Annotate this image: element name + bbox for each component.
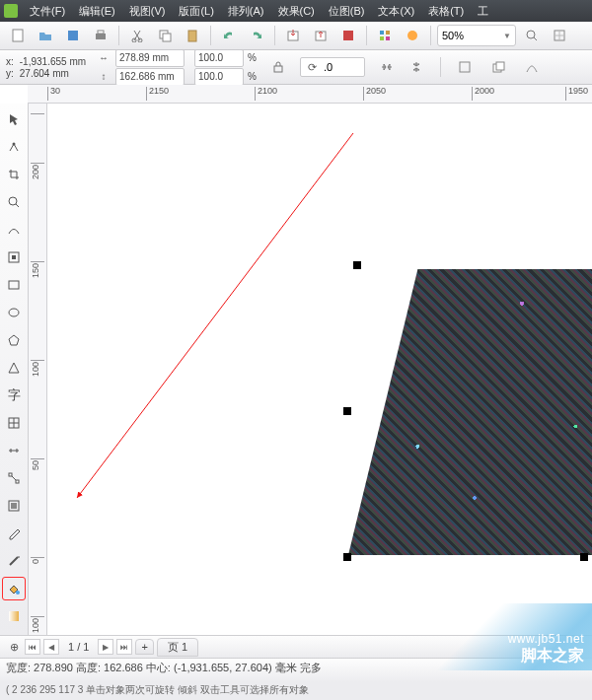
svg-rect-30 — [9, 473, 12, 476]
height-icon: ↕ — [96, 69, 111, 85]
menu-view[interactable]: 视图(V) — [123, 3, 172, 20]
cursor-pos-icon: ⊕ — [6, 639, 22, 655]
svg-rect-14 — [380, 36, 384, 40]
selected-shape[interactable] — [348, 269, 592, 555]
selection-handle[interactable] — [343, 407, 351, 415]
connector-tool[interactable] — [2, 466, 26, 490]
shape-tool[interactable] — [2, 135, 26, 159]
page-tab[interactable]: 页 1 — [157, 638, 198, 657]
save-button[interactable] — [61, 24, 85, 47]
prev-page-button[interactable]: ◀ — [43, 639, 59, 655]
separator — [118, 26, 119, 45]
app-launcher-button[interactable] — [373, 24, 397, 47]
svg-point-24 — [9, 197, 17, 205]
menu-effects[interactable]: 效果(C) — [272, 3, 321, 20]
menu-text[interactable]: 文本(X) — [372, 3, 420, 20]
interactive-fill-tool[interactable] — [2, 604, 26, 628]
svg-rect-3 — [98, 31, 104, 34]
chevron-down-icon: ▼ — [503, 32, 511, 40]
scale-y-input[interactable]: 100.0 — [194, 68, 244, 86]
zoom-select[interactable]: 50% ▼ — [437, 25, 516, 46]
selection-handle[interactable] — [353, 261, 361, 269]
freehand-tool[interactable] — [2, 218, 26, 242]
open-button[interactable] — [34, 24, 57, 47]
pick-tool[interactable] — [2, 107, 26, 131]
order-button[interactable] — [486, 55, 510, 79]
add-page-button[interactable]: + — [135, 639, 153, 655]
publish-button[interactable] — [336, 24, 360, 47]
menu-bitmaps[interactable]: 位图(B) — [323, 3, 371, 20]
undo-button[interactable] — [217, 24, 241, 47]
first-page-button[interactable]: ⏮ — [25, 639, 40, 655]
cut-button[interactable] — [125, 24, 149, 47]
basic-shapes-tool[interactable] — [2, 356, 26, 380]
svg-rect-0 — [13, 30, 23, 41]
standard-toolbar: 50% ▼ — [0, 22, 592, 50]
ellipse-tool[interactable] — [2, 301, 26, 324]
crop-tool[interactable] — [2, 163, 26, 186]
separator — [210, 26, 211, 45]
import-button[interactable] — [281, 24, 305, 47]
svg-rect-31 — [16, 480, 19, 483]
menu-arrange[interactable]: 排列(A) — [222, 3, 270, 20]
width-input[interactable]: 278.89 mm — [115, 49, 185, 67]
menu-table[interactable]: 表格(T) — [422, 3, 470, 20]
menu-file[interactable]: 文件(F) — [24, 3, 71, 20]
canvas[interactable] — [47, 104, 592, 635]
redo-button[interactable] — [245, 24, 268, 47]
fill-tool[interactable]: 填充 — [2, 577, 26, 600]
svg-rect-35 — [9, 611, 19, 621]
smart-fill-tool[interactable] — [2, 245, 26, 269]
export-button[interactable] — [309, 24, 333, 47]
menu-tools[interactable]: 工 — [472, 3, 494, 20]
mirror-v-button[interactable] — [405, 55, 428, 79]
text-tool[interactable]: 字 — [2, 384, 26, 407]
last-page-button[interactable]: ⏭ — [116, 639, 132, 655]
svg-point-16 — [407, 31, 417, 40]
wrap-text-button[interactable] — [453, 55, 477, 79]
eyedropper-tool[interactable] — [2, 522, 26, 545]
polygon-tool[interactable] — [2, 328, 26, 352]
zoom-value: 50% — [442, 30, 464, 41]
scale-x-input[interactable]: 100.0 — [194, 49, 244, 67]
status-bar-secondary: ( 2 236 295 117 3 单击对象两次可旋转 倾斜 双击工具可选择所有… — [0, 682, 592, 700]
watermark: www.jb51.net 脚本之家 — [418, 603, 592, 670]
zoom-tool[interactable] — [2, 190, 26, 214]
menu-edit[interactable]: 编辑(E) — [73, 3, 121, 20]
zoom-tool-button[interactable] — [520, 24, 544, 47]
print-button[interactable] — [89, 24, 112, 47]
svg-rect-12 — [380, 31, 384, 35]
watermark-url: www.jb51.net — [508, 632, 584, 646]
selection-handle[interactable] — [343, 553, 351, 561]
height-input[interactable]: 162.686 mm — [115, 68, 185, 86]
mirror-h-button[interactable] — [375, 55, 399, 79]
next-page-button[interactable]: ▶ — [98, 639, 113, 655]
svg-rect-22 — [496, 62, 504, 70]
dimension-tool[interactable] — [2, 439, 26, 462]
rotation-input[interactable]: ⟳ .0 — [300, 57, 365, 77]
svg-rect-2 — [96, 34, 106, 39]
menu-layout[interactable]: 版面(L) — [173, 3, 219, 20]
percent-label: % — [248, 52, 257, 63]
rectangle-tool[interactable] — [2, 273, 26, 297]
snap-button[interactable] — [548, 24, 571, 47]
copy-button[interactable] — [153, 24, 177, 47]
new-button[interactable] — [6, 24, 30, 47]
paste-button[interactable] — [181, 24, 204, 47]
x-label: x: — [6, 56, 14, 67]
table-tool[interactable] — [2, 411, 26, 435]
svg-rect-15 — [386, 36, 390, 40]
y-value: 27.604 mm — [20, 68, 86, 79]
welcome-button[interactable] — [401, 24, 424, 47]
outline-tool[interactable] — [2, 549, 26, 573]
lock-ratio-button[interactable] — [266, 55, 290, 79]
ruler-horizontal: 3021502100205020001950 — [28, 85, 592, 104]
percent-label: % — [248, 71, 257, 82]
interactive-effects-tool[interactable] — [2, 494, 26, 518]
selection-handle[interactable] — [580, 553, 588, 561]
svg-rect-7 — [163, 34, 171, 41]
svg-rect-13 — [386, 31, 390, 35]
convert-curves-button[interactable] — [520, 55, 544, 79]
separator — [274, 26, 275, 45]
rotate-icon: ⟳ — [305, 59, 321, 75]
